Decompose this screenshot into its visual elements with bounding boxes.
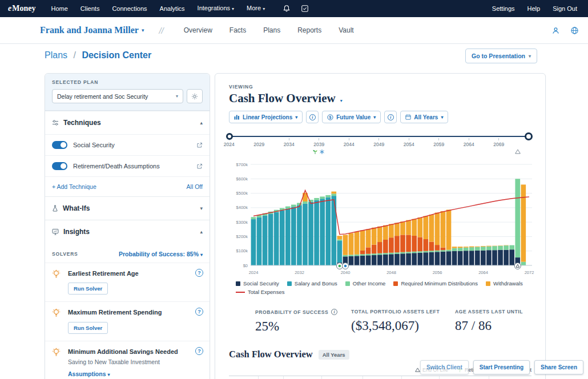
summary-stats: PROBABILITY OF SUCCESSi 25% TOTAL PORTFO… [229, 309, 531, 334]
solver-title: Maximum Retirement Spending [68, 308, 192, 316]
info-icon[interactable]: i [331, 309, 337, 315]
tab-facts[interactable]: Facts [221, 26, 255, 34]
breadcrumb-plans-link[interactable]: Plans [45, 50, 67, 60]
projection-type-select[interactable]: Linear Projections ▾ [229, 111, 303, 123]
globe-icon[interactable] [570, 26, 579, 35]
breadcrumb: Plans / Decision Center [45, 50, 151, 61]
decision-center-main-panel: VIEWING Cash Flow Overview ▾ Linear Proj… [215, 73, 546, 379]
stat-probability-of-success: PROBABILITY OF SUCCESSi 25% [255, 309, 351, 334]
nav-item-more[interactable]: More▾ [240, 0, 271, 18]
external-link-icon[interactable] [196, 142, 203, 148]
svg-text:2048: 2048 [386, 270, 396, 275]
nav-item-help[interactable]: Help [521, 0, 547, 17]
nav-item-clients[interactable]: Clients [74, 0, 106, 17]
whatifs-section-header[interactable]: What-Ifs ▾ [45, 196, 210, 220]
start-presenting-button[interactable]: Start Presenting [473, 360, 530, 374]
retirement-death-toggle[interactable] [52, 162, 67, 170]
chart-controls: Linear Projections ▾ i $ Future Value ▾ … [229, 111, 531, 123]
slider-year-label: 2054 [394, 142, 424, 147]
chevron-down-icon[interactable]: ▾ [340, 98, 343, 103]
tab-overview[interactable]: Overview [175, 26, 221, 34]
nav-item-home[interactable]: Home [45, 0, 74, 17]
switch-client-button[interactable]: Switch Client [420, 360, 469, 374]
nav-item-integrations[interactable]: Integrations▾ [191, 0, 241, 18]
solver-bulb-icon [51, 308, 61, 318]
slider-track[interactable] [229, 136, 529, 137]
whatifs-title: What-Ifs [63, 204, 90, 212]
person-icon[interactable] [551, 26, 560, 35]
social-security-toggle[interactable] [52, 141, 67, 149]
info-icon: i [388, 114, 394, 120]
add-technique-link[interactable]: + Add Technique [52, 183, 96, 190]
value-type-info-button[interactable]: i [384, 111, 397, 123]
solver-minimum-additional-savings: Minimum Additional Savings Needed ? Savi… [45, 341, 210, 379]
stat-label: AGE ASSETS LAST UNTIL [455, 309, 523, 315]
slider-handle-start[interactable] [226, 133, 233, 140]
value-type-select[interactable]: $ Future Value ▾ [322, 111, 381, 123]
help-icon[interactable]: ? [195, 269, 203, 277]
all-off-link[interactable]: All Off [187, 183, 203, 190]
svg-text:$100k: $100k [236, 248, 248, 253]
chevron-down-icon: ▾ [263, 6, 265, 11]
tab-plans[interactable]: Plans [255, 26, 289, 34]
assumptions-dropdown[interactable]: Assumptions ▾ [68, 370, 192, 377]
cashflow-chart: $0$100k$200k$300k$400k$500k$600k$700k202… [229, 161, 534, 278]
svg-text:2056: 2056 [433, 270, 442, 275]
nav-item-settings[interactable]: Settings [486, 0, 521, 17]
run-solver-button[interactable]: Run Solver [68, 283, 108, 295]
insights-section-header[interactable]: Insights ▴ [45, 220, 210, 243]
help-icon[interactable]: ? [195, 308, 203, 316]
solver-maximum-retirement-spending: Maximum Retirement Spending ? Run Solver [45, 301, 210, 340]
client-name: Frank and Joanna Miller [40, 25, 139, 35]
chevron-down-icon: ▾ [107, 372, 110, 377]
slider-year-label: 2049 [364, 142, 394, 147]
slider-year-label: 2069 [484, 142, 514, 147]
logo-rest: Money [12, 4, 35, 13]
notifications-bell-icon[interactable] [283, 5, 291, 13]
years-range-select[interactable]: All Years ▾ [400, 111, 448, 123]
value-type-label: Future Value [336, 114, 370, 120]
nav-item-signout[interactable]: Sign Out [546, 0, 583, 17]
logo-e: e [8, 4, 11, 13]
nav-item-connections[interactable]: Connections [106, 0, 153, 17]
svg-text:$300k: $300k [236, 220, 248, 225]
svg-text:2024: 2024 [249, 270, 259, 275]
flask-icon [52, 205, 58, 212]
nav-item-label: More [247, 5, 261, 11]
tasks-icon[interactable] [301, 5, 309, 13]
svg-text:$700k: $700k [236, 162, 248, 167]
help-icon[interactable]: ? [195, 347, 203, 355]
chevron-down-icon: ▾ [232, 6, 234, 11]
projection-info-button[interactable]: i [306, 111, 319, 123]
plan-settings-button[interactable] [187, 89, 203, 103]
tab-vault[interactable]: Vault [330, 26, 362, 34]
column-header-total-expenses: Total Expenses [284, 376, 323, 379]
chevron-down-icon: ▾ [176, 94, 178, 99]
nav-item-analytics[interactable]: Analytics [154, 0, 191, 17]
chevron-down-icon: ▾ [200, 205, 203, 211]
selected-plan-dropdown[interactable]: Delay retirement and Soc Security ▾ [52, 89, 183, 103]
emoney-logo[interactable]: eMoney [8, 4, 35, 13]
go-to-presentation-label: Go to Presentation [472, 53, 525, 59]
techniques-section-header[interactable]: Techniques ▴ [45, 111, 210, 134]
probability-of-success-dropdown[interactable]: Probability of Success: 85% ▾ [119, 251, 203, 257]
svg-text:2072: 2072 [525, 270, 534, 275]
plan-sidebar: SELECTED PLAN Delay retirement and Soc S… [45, 73, 210, 379]
chevron-down-icon: ▾ [529, 54, 531, 59]
client-name-dropdown[interactable]: Frank and Joanna Miller [40, 25, 139, 35]
chevron-up-icon: ▴ [200, 120, 203, 126]
run-solver-button[interactable]: Run Solver [68, 322, 108, 334]
technique-row-retirement-death: Retirement/Death Assumptions [45, 155, 210, 176]
chevron-down-icon: ▾ [295, 115, 297, 120]
legend-line-swatch [236, 292, 245, 293]
share-screen-button[interactable]: Share Screen [534, 360, 583, 374]
slider-handle-end[interactable] [525, 132, 533, 140]
insights-title: Insights [63, 228, 90, 236]
legend-item-total-expenses: Total Expenses [236, 289, 284, 295]
tab-reports[interactable]: Reports [289, 26, 330, 34]
external-link-icon[interactable] [196, 163, 203, 170]
go-to-presentation-button[interactable]: Go to Presentation ▾ [465, 49, 537, 63]
retirement-blue-icon [319, 149, 325, 155]
techniques-icon [52, 119, 59, 126]
info-icon: i [309, 114, 316, 120]
